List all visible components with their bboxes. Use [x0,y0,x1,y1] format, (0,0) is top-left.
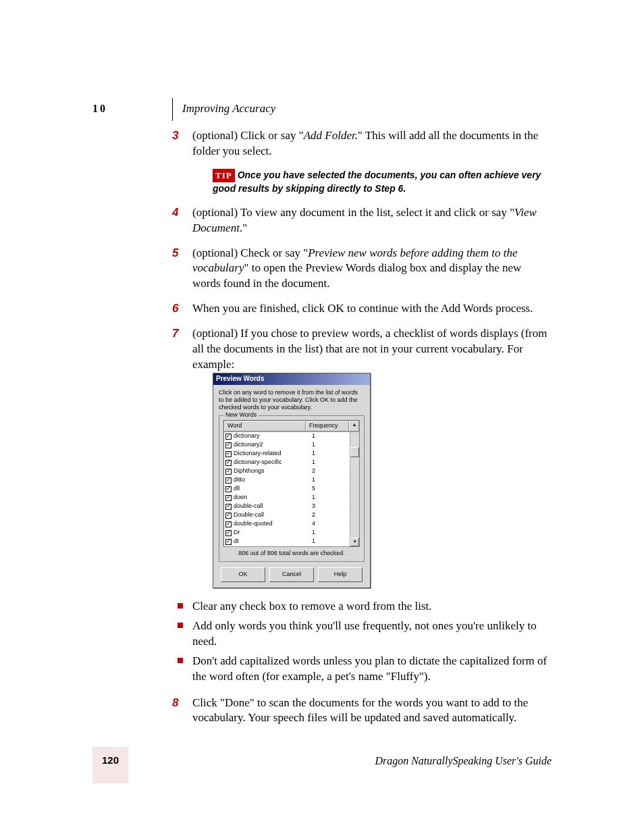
scroll-down-button[interactable]: ▾ [350,538,359,546]
frequency-cell: 5 [309,485,348,492]
checkbox[interactable] [225,460,232,466]
frequency-cell: 4 [309,520,348,527]
frequency-cell: 1 [309,432,348,440]
column-header-word[interactable]: Word [224,421,306,431]
tip-box: TIPOnce you have selected the documents,… [213,169,550,196]
checkbox[interactable] [225,504,232,510]
checkbox[interactable] [225,530,232,536]
word-cell: doen [234,494,309,501]
frequency-cell: 1 [309,494,348,501]
command-name: Add Folder. [304,129,358,142]
word-cell: dll [234,485,309,492]
words-listbox[interactable]: Word Frequency ▴ dictionary1dictionary21… [223,420,360,546]
word-cell: dictionary-specific [234,459,309,466]
word-cell: Diphthongs [234,467,309,475]
word-cell: ditto [234,476,309,484]
frequency-cell: 1 [309,459,348,466]
checkbox[interactable] [225,434,232,440]
step-8: 8 Click "Done" to scan the documents for… [172,696,550,727]
checkbox[interactable] [225,451,232,457]
checkbox[interactable] [225,513,232,519]
word-cell: double-quoted [234,520,309,527]
step-text: (optional) To view any document in the l… [192,206,537,234]
step-text: Click "Done" to scan the documents for t… [192,696,528,725]
step-number: 3 [172,128,178,144]
checkbox[interactable] [225,495,232,501]
step-6: 6 When you are finished, click OK to con… [172,301,550,317]
word-cell: double-call [234,502,309,510]
word-row[interactable]: Dictionary-related1 [224,450,350,459]
bullet-1: Clear any check box to remove a word fro… [172,599,550,615]
word-row[interactable]: ditto1 [224,476,350,485]
dialog-title: Preview Words [213,373,370,385]
word-row[interactable]: dll5 [224,485,350,494]
help-button[interactable]: Help [318,567,363,582]
step-number: 6 [172,301,178,317]
word-row[interactable]: dictionary1 [224,432,350,441]
word-row[interactable]: dictionary-specific1 [224,459,350,467]
step-4: 4 (optional) To view any document in the… [172,205,550,236]
frequency-cell: 2 [309,511,348,519]
scrollbar[interactable]: ▾ [350,432,359,546]
scroll-thumb[interactable] [350,447,359,457]
checkbox[interactable] [225,477,232,484]
word-cell: Dictionary-related [234,450,309,457]
step-3: 3 (optional) Click or say "Add Folder." … [172,128,550,196]
word-row[interactable]: Diphthongs2 [224,467,350,476]
word-cell: dictionary2 [234,441,309,448]
chapter-title: Improving Accuracy [182,101,275,117]
word-row[interactable]: Double-call2 [224,511,350,520]
frequency-cell: 1 [309,450,348,457]
step-number: 7 [172,326,178,342]
bullet-3: Don't add capitalized words unless you p… [172,654,550,685]
checkbox[interactable] [225,469,232,475]
word-row[interactable]: Dr1 [224,529,350,538]
checkbox[interactable] [225,486,232,492]
chapter-number: 10 [92,101,107,116]
frequency-cell: 1 [309,538,348,545]
checkbox[interactable] [225,442,232,448]
frequency-cell: 1 [309,529,348,536]
step-text: (optional) Check or say "Preview new wor… [192,246,521,290]
checkbox[interactable] [225,521,232,527]
page-number: 120 [92,747,128,783]
step-number: 4 [172,205,178,221]
header-divider [172,98,173,121]
ok-button[interactable]: OK [221,567,265,582]
step-5: 5 (optional) Check or say "Preview new w… [172,246,550,292]
word-cell: dictionary [234,432,309,440]
new-words-group: New Words Word Frequency ▴ dictionary1di… [219,415,365,562]
bullet-2: Add only words you think you'll use freq… [172,619,550,650]
step-text: When you are finished, click OK to conti… [192,302,533,315]
word-row[interactable]: dt1 [224,538,350,546]
cancel-button[interactable]: Cancel [269,567,314,582]
tip-label: TIP [213,169,235,182]
dialog-instruction: Click on any word to remove it from the … [219,389,365,412]
word-row[interactable]: dictionary21 [224,441,350,450]
word-row[interactable]: doen1 [224,494,350,502]
frequency-cell: 1 [309,476,348,484]
step-7: 7 (optional) If you chose to preview wor… [172,326,550,588]
group-label: New Words [223,411,259,419]
frequency-cell: 2 [309,467,348,475]
step-number: 8 [172,696,178,711]
frequency-cell: 1 [309,441,348,448]
word-cell: dt [234,538,309,545]
column-header-frequency[interactable]: Frequency [306,421,349,431]
tip-text: Once you have selected the documents, yo… [213,170,541,194]
frequency-cell: 3 [309,502,348,510]
step-text: (optional) Click or say "Add Folder." Th… [192,129,538,157]
guide-title: Dragon NaturallySpeaking User's Guide [375,754,552,783]
preview-words-dialog: Preview Words Click on any word to remov… [213,373,371,588]
step-number: 5 [172,246,178,261]
checkbox[interactable] [225,539,232,545]
word-row[interactable]: double-call3 [224,502,350,511]
main-content: 3 (optional) Click or say "Add Folder." … [172,128,550,735]
scroll-up-button[interactable]: ▴ [349,421,359,431]
status-text: 806 out of 806 total words are checked. [223,547,360,557]
step-text: (optional) If you chose to preview words… [192,327,547,371]
word-row[interactable]: double-quoted4 [224,520,350,529]
word-cell: Double-call [234,511,309,519]
word-cell: Dr [234,529,309,536]
